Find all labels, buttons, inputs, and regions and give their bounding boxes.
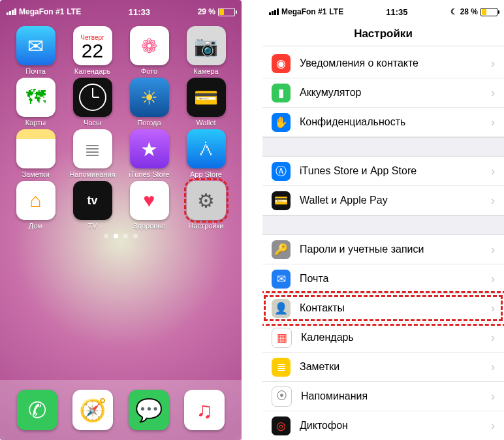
settings-row-wallet-pay[interactable]: 💳Wallet и Apple Pay› xyxy=(262,186,504,215)
row-label: Пароли и учетные записи xyxy=(300,244,491,255)
settings-row-privacy[interactable]: ✋Конфиденциальность› xyxy=(262,108,504,137)
home-grid: ✉︎ПочтаЧетверг22Календарь❁Фото📷Камера🗺Ка… xyxy=(0,21,242,230)
settings-row-mail[interactable]: ✉︎Почта› xyxy=(262,264,504,294)
settings-row-calendar[interactable]: ▦Календарь› xyxy=(262,323,504,353)
battery-icon: ▮ xyxy=(272,84,291,102)
app-mail[interactable]: ✉︎Почта xyxy=(8,26,63,75)
voice-memos-icon: ◎ xyxy=(272,416,291,435)
app-itunes[interactable]: ★iTunes Store xyxy=(121,129,177,178)
carrier-label: MegaFon #1 xyxy=(19,7,64,16)
settings-row-passwords[interactable]: 🔑Пароли и учетные записи› xyxy=(262,235,504,264)
status-bar: MegaFon #1 LTE 11:33 29 % xyxy=(0,0,242,21)
settings-row-reminders[interactable]: ⦿Напоминания› xyxy=(262,382,504,411)
settings-row-voice-memos[interactable]: ◎Диктофон› xyxy=(262,411,504,440)
carrier-label: MegaFon #1 xyxy=(281,7,326,16)
page-dot[interactable] xyxy=(114,234,118,238)
dock-app-messages[interactable]: 💬 xyxy=(129,390,169,430)
page-dot[interactable] xyxy=(133,234,138,238)
iphone-settings-screen: MegaFon #1 LTE 11:35 ☾ 28 % Настройки ◉У… xyxy=(262,0,504,440)
row-label: Wallet и Apple Pay xyxy=(300,195,491,206)
app-label: Календарь xyxy=(74,67,111,75)
app-wallet[interactable]: 💳Wallet xyxy=(178,78,234,127)
app-label: Заметки xyxy=(22,170,49,178)
settings-list: ◉Уведомления о контакте›▮Аккумулятор›✋Ко… xyxy=(262,46,504,440)
row-label: Календарь xyxy=(301,332,491,343)
app-label: Wallet xyxy=(196,119,215,127)
chevron-right-icon: › xyxy=(491,302,495,315)
dock: ✆🧭💬♫ xyxy=(0,380,242,440)
passwords-icon: 🔑 xyxy=(272,240,291,259)
network-label: LTE xyxy=(329,7,343,16)
row-label: Заметки xyxy=(300,361,491,373)
app-label: Камера xyxy=(193,67,218,75)
iphone-home-screen: MegaFon #1 LTE 11:33 29 % ✉︎ПочтаЧетверг… xyxy=(0,0,242,440)
settings-icon: ⚙︎ xyxy=(187,181,226,220)
row-label: Диктофон xyxy=(300,420,491,432)
chevron-right-icon: › xyxy=(491,390,495,403)
reminders-icon: ⦿ xyxy=(272,386,292,407)
notifications-contact-icon: ◉ xyxy=(272,54,291,73)
app-label: Напоминания xyxy=(69,170,115,178)
app-maps[interactable]: 🗺Карты xyxy=(8,78,63,127)
app-label: Дом xyxy=(29,222,42,230)
chevron-right-icon: › xyxy=(491,243,495,257)
settings-row-contacts[interactable]: 👤Контакты› xyxy=(262,294,504,323)
settings-row-notifications-contact[interactable]: ◉Уведомления о контакте› xyxy=(262,49,504,78)
app-tv[interactable]: tvTV xyxy=(65,181,120,230)
chevron-right-icon: › xyxy=(491,116,495,129)
app-label: App Store xyxy=(190,170,222,178)
dock-app-phone[interactable]: ✆ xyxy=(17,390,57,430)
settings-row-itunes-appstore[interactable]: ⒶiTunes Store и App Store› xyxy=(262,157,504,186)
clock-label: 11:33 xyxy=(129,7,150,17)
battery-pct: 29 % xyxy=(198,7,215,16)
app-appstore[interactable]: ⩑App Store xyxy=(178,129,234,178)
app-label: Часы xyxy=(84,119,101,127)
camera-icon: 📷 xyxy=(187,26,226,65)
calendar-icon: ▦ xyxy=(272,328,292,348)
clock-icon xyxy=(73,78,112,117)
app-photos[interactable]: ❁Фото xyxy=(121,26,177,75)
settings-row-notes[interactable]: ≣Заметки› xyxy=(262,353,504,382)
app-label: TV xyxy=(87,222,97,230)
group-separator xyxy=(262,215,504,235)
appstore-icon: ⩑ xyxy=(187,129,226,168)
clock-label: 11:35 xyxy=(386,7,407,17)
row-label: Уведомления о контакте xyxy=(300,57,491,69)
signal-icon xyxy=(7,8,16,15)
itunes-icon: ★ xyxy=(130,129,169,168)
notes-icon xyxy=(16,129,55,168)
app-notes[interactable]: Заметки xyxy=(8,129,63,178)
home-icon: ⌂ xyxy=(16,181,55,220)
page-title: Настройки xyxy=(262,21,504,46)
app-label: Фото xyxy=(141,67,157,75)
dnd-moon-icon: ☾ xyxy=(450,7,458,16)
app-label: Почта xyxy=(25,67,46,75)
page-dot[interactable] xyxy=(123,234,128,238)
chevron-right-icon: › xyxy=(491,360,495,374)
dock-app-music[interactable]: ♫ xyxy=(184,390,225,430)
dock-app-safari[interactable]: 🧭 xyxy=(72,390,113,430)
app-camera[interactable]: 📷Камера xyxy=(178,26,234,75)
signal-icon xyxy=(269,8,279,15)
itunes-appstore-icon: Ⓐ xyxy=(272,162,291,181)
page-indicator xyxy=(0,234,242,238)
calendar-icon: Четверг22 xyxy=(73,26,112,65)
app-label: Карты xyxy=(25,119,46,127)
app-settings[interactable]: ⚙︎Настройки xyxy=(178,181,234,230)
app-label: Здоровье xyxy=(133,222,165,230)
photos-icon: ❁ xyxy=(130,26,169,65)
notes-icon: ≣ xyxy=(272,358,291,377)
wallet-icon: 💳 xyxy=(187,78,226,117)
page-dot[interactable] xyxy=(104,234,108,238)
app-label: Погода xyxy=(137,119,161,127)
wallet-pay-icon: 💳 xyxy=(272,191,291,210)
settings-row-battery[interactable]: ▮Аккумулятор› xyxy=(262,78,504,108)
app-calendar[interactable]: Четверг22Календарь xyxy=(65,26,120,75)
app-reminders[interactable]: ≣Напоминания xyxy=(65,129,120,178)
app-health[interactable]: ♥Здоровье xyxy=(121,181,177,230)
battery-icon xyxy=(480,8,497,16)
app-weather[interactable]: ☀︎Погода xyxy=(121,78,177,127)
chevron-right-icon: › xyxy=(491,194,495,208)
app-clock[interactable]: Часы xyxy=(65,78,120,127)
app-home[interactable]: ⌂Дом xyxy=(8,181,63,230)
